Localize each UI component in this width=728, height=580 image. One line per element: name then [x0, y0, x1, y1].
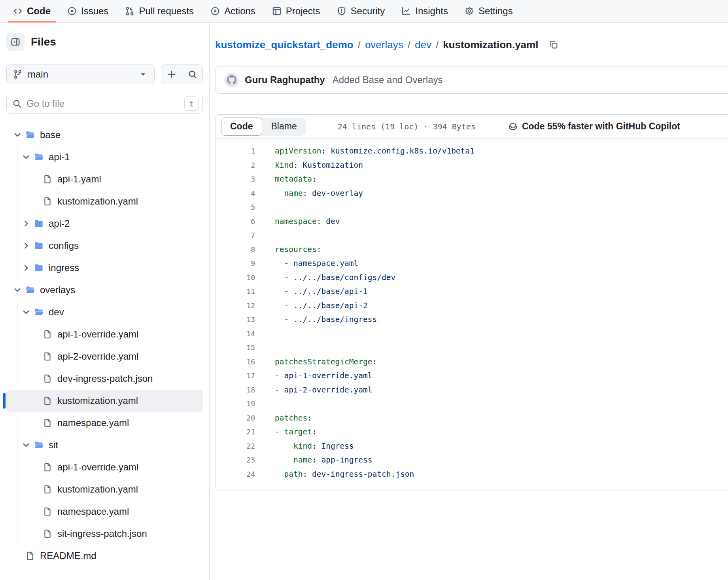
chevron-down-icon[interactable] [21, 152, 32, 162]
line-content: path: dev-ingress-patch.json [255, 467, 414, 481]
collapse-sidebar-button[interactable] [6, 33, 25, 51]
copy-path-button[interactable] [547, 38, 560, 51]
tab-blame[interactable]: Blame [262, 118, 306, 136]
tree-file-api-1-override.yaml[interactable]: api-1-override.yaml [6, 456, 203, 478]
nav-tab-security[interactable]: Security [329, 0, 393, 22]
file-toolbar: CodeBlame 24 lines (19 loc) · 394 Bytes … [216, 115, 728, 138]
line-number[interactable]: 14 [216, 327, 255, 341]
line-number[interactable]: 23 [216, 453, 255, 467]
tree-file-api-2-override.yaml[interactable]: api-2-override.yaml [6, 345, 203, 368]
tab-code[interactable]: Code [221, 118, 262, 136]
nav-tab-pull-requests[interactable]: Pull requests [117, 0, 202, 22]
line-content: - ../../base/configs/dev [255, 271, 395, 285]
line-number[interactable]: 19 [216, 397, 255, 411]
line-number[interactable]: 10 [216, 271, 255, 285]
tree-file-README.md[interactable]: README.md [6, 545, 203, 567]
chevron-down-icon[interactable] [12, 130, 23, 140]
avatar[interactable] [224, 73, 239, 87]
line-content: - target: [255, 425, 317, 439]
tree-file-api-1-override.yaml[interactable]: api-1-override.yaml [6, 323, 203, 345]
breadcrumb-link-dev[interactable]: dev [415, 39, 431, 51]
line-number[interactable]: 8 [216, 243, 255, 257]
line-content: kind: Kustomization [255, 158, 363, 172]
commit-message[interactable]: Added Base and Overlays [333, 74, 443, 85]
branch-selector-button[interactable]: main [6, 64, 155, 84]
line-number[interactable]: 20 [216, 411, 255, 425]
tree-folder-sit[interactable]: sit [6, 434, 203, 456]
line-content [255, 327, 275, 341]
chevron-down-icon[interactable] [21, 440, 32, 450]
breadcrumb-separator: / [358, 39, 361, 51]
tree-actions [161, 64, 203, 84]
line-number[interactable]: 12 [216, 299, 255, 313]
search-tree-button[interactable] [182, 65, 202, 84]
code-line: 12 - ../../base/api-2 [216, 299, 728, 313]
line-number[interactable]: 16 [216, 355, 255, 369]
nav-tab-settings[interactable]: Settings [456, 0, 521, 22]
file-icon [43, 352, 52, 361]
line-number[interactable]: 21 [216, 425, 255, 439]
line-number[interactable]: 6 [216, 214, 255, 229]
new-file-button[interactable] [161, 65, 182, 84]
tree-file-api-1.yaml[interactable]: api-1.yaml [6, 168, 203, 190]
code-line: 13 - ../../base/ingress [216, 313, 728, 327]
tree-file-namespace.yaml[interactable]: namespace.yaml [6, 412, 203, 434]
folder-icon [34, 263, 43, 273]
line-number[interactable]: 18 [216, 383, 255, 397]
file-icon [43, 418, 52, 428]
line-number[interactable]: 15 [216, 341, 255, 355]
tree-file-dev-ingress-patch.json[interactable]: dev-ingress-patch.json [6, 368, 203, 390]
code-line: 6namespace: dev [216, 214, 728, 229]
tree-folder-dev[interactable]: dev [6, 301, 203, 323]
sidebar-collapse-icon [11, 37, 20, 47]
tree-file-sit-ingress-patch.json[interactable]: sit-ingress-patch.json [6, 523, 203, 545]
tree-folder-configs[interactable]: configs [6, 235, 203, 257]
nav-tab-projects[interactable]: Projects [264, 0, 329, 22]
breadcrumb-link-overlays[interactable]: overlays [365, 39, 403, 51]
line-number[interactable]: 5 [216, 200, 255, 214]
chevron-right-icon[interactable] [21, 263, 32, 273]
line-number[interactable]: 3 [216, 172, 255, 186]
tree-folder-base[interactable]: base [6, 124, 203, 146]
line-content: namespace: dev [255, 214, 340, 229]
tree-file-kustomization.yaml[interactable]: kustomization.yaml [6, 478, 203, 500]
commit-author[interactable]: Guru Raghupathy [245, 74, 325, 85]
line-number[interactable]: 11 [216, 284, 255, 299]
tree-file-kustomization.yaml[interactable]: kustomization.yaml [6, 190, 203, 212]
nav-tab-issues[interactable]: Issues [59, 0, 117, 22]
code-line: 9 - namespace.yaml [216, 256, 728, 271]
nav-tab-insights[interactable]: Insights [393, 0, 456, 22]
nav-tab-code[interactable]: Code [5, 0, 59, 22]
code-line: 23 name: app-ingress [216, 453, 728, 467]
chevron-right-icon[interactable] [21, 219, 32, 228]
code-line: 4 name: dev-overlay [216, 186, 728, 201]
line-number[interactable]: 17 [216, 369, 255, 383]
line-number[interactable]: 2 [216, 158, 255, 172]
tree-file-namespace.yaml[interactable]: namespace.yaml [6, 500, 203, 523]
tree-folder-overlays[interactable]: overlays [6, 279, 203, 301]
tree-folder-api-1[interactable]: api-1 [6, 146, 203, 168]
line-number[interactable]: 13 [216, 313, 255, 327]
tree-folder-ingress[interactable]: ingress [6, 257, 203, 279]
line-number[interactable]: 22 [216, 439, 255, 453]
breadcrumb-link-kustomize_quickstart_demo[interactable]: kustomize_quickstart_demo [215, 39, 354, 51]
code-line: 7 [216, 228, 728, 243]
chevron-down-icon[interactable] [21, 307, 32, 317]
chevron-right-icon[interactable] [21, 241, 32, 250]
table-icon [272, 6, 282, 16]
nav-tab-actions[interactable]: Actions [202, 0, 264, 22]
line-number[interactable]: 1 [216, 144, 255, 158]
line-number[interactable]: 7 [216, 228, 255, 243]
folder-icon [34, 440, 43, 450]
tree-file-kustomization.yaml[interactable]: kustomization.yaml [6, 390, 203, 412]
file-icon [43, 485, 52, 494]
copilot-banner[interactable]: Code 55% faster with GitHub Copilot [508, 121, 680, 132]
line-number[interactable]: 9 [216, 256, 255, 271]
tree-folder-api-2[interactable]: api-2 [6, 212, 203, 235]
line-number[interactable]: 24 [216, 467, 255, 481]
go-to-file-input[interactable] [26, 98, 180, 109]
chevron-down-icon[interactable] [12, 285, 23, 295]
shortcut-key-badge: t [184, 97, 199, 111]
line-number[interactable]: 4 [216, 186, 255, 201]
line-content: name: dev-overlay [255, 186, 363, 201]
